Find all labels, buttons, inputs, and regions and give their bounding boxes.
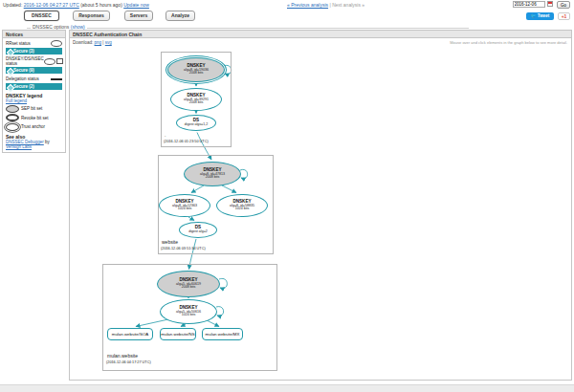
node-size: 2048 bits <box>189 72 204 76</box>
plusone-button[interactable]: +1 <box>558 12 570 20</box>
verisign-labs-link[interactable]: Verisign Labs <box>6 144 32 149</box>
node-size: 1024 bits <box>235 207 250 211</box>
updated-ago: (about 5 hours ago) <box>80 2 122 8</box>
delegation-status-value: Secure (2) <box>13 84 34 89</box>
revoke-bit-icon <box>6 114 19 121</box>
dnskey-node-root-zsk[interactable]: DNSKEY alg=8, id=39291 2048 bits <box>170 88 222 111</box>
rrset-node-ns[interactable]: mulan.website/NS <box>160 328 196 340</box>
tab-dnssec[interactable]: DNSSEC <box>24 11 59 21</box>
dnskey-node-root-ksk[interactable]: DNSKEY alg=8, id=19036 2048 bits <box>167 57 225 82</box>
top-bar: Updated: 2016-12-06 04:27:27 UTC (about … <box>0 0 574 10</box>
node-size: 1024 bits <box>178 207 192 211</box>
analysis-date-input[interactable] <box>513 1 545 8</box>
rrset-status-badge[interactable]: Secure (3) <box>6 48 62 54</box>
dnskey-node-website-ksk[interactable]: DNSKEY alg=8, id=47813 2048 bits <box>184 162 241 186</box>
tweet-label: Tweet <box>538 13 549 18</box>
twitter-bird-icon: 🐦 <box>531 13 537 18</box>
ds-node-website[interactable]: DS digest algs=1,2 <box>176 115 216 131</box>
sep-bit-icon <box>6 105 19 113</box>
download-png-link[interactable]: png <box>95 40 102 45</box>
notices-header: Notices <box>3 31 65 38</box>
delegation-status-label: Delegation status <box>6 76 39 81</box>
next-analysis-label: Next analysis » <box>332 2 364 8</box>
graph-hint: Mouse over and click elements in the gra… <box>450 40 567 45</box>
node-size: 2048 bits <box>189 101 204 105</box>
previous-analysis-link[interactable]: « Previous analysis <box>287 2 328 8</box>
node-params: digest algs=1,2 <box>185 123 208 127</box>
tab-servers[interactable]: Servers <box>124 11 153 21</box>
tweet-button[interactable]: 🐦 Tweet <box>526 12 554 20</box>
options-divider <box>27 28 469 29</box>
tab-responses[interactable]: Responses <box>73 11 110 21</box>
rrset-status-label: RRset status <box>6 41 31 46</box>
node-size: 2048 bits <box>206 176 220 180</box>
dnskey-node-icon <box>44 58 55 65</box>
date-form <box>513 1 553 8</box>
revoke-bit-label: Revoke bit set <box>21 116 49 120</box>
auth-chain-header: DNSSEC Authentication Chain <box>70 31 571 38</box>
rrset-status-value: Secure (3) <box>13 49 34 54</box>
full-legend-link[interactable]: Full legend <box>6 98 27 103</box>
rrset-node-icon <box>51 40 62 47</box>
delegation-edge-icon <box>51 78 62 80</box>
nav-separator: | <box>329 2 330 8</box>
sep-bit-label: SEP bit set <box>21 106 42 111</box>
notices-sidebar: Notices RRset status Secure (3) DNSKEY/D… <box>2 30 66 153</box>
download-svg-link[interactable]: svg <box>105 40 112 45</box>
calendar-icon[interactable] <box>547 1 553 7</box>
analysis-nav: « Previous analysis | Next analysis » <box>287 2 364 8</box>
by-label: by <box>45 140 50 144</box>
download-pipe: | <box>102 40 103 45</box>
rrset-node-mx[interactable]: mulan.website/MX <box>202 328 243 340</box>
dnskey-node-mulan-ksk[interactable]: DNSKEY alg=5, id=60619 2048 bits <box>157 271 220 297</box>
download-label: Download: <box>73 40 93 45</box>
trust-anchor-label: Trust anchor <box>21 124 45 129</box>
download-row: Download: png | svg <box>73 40 112 45</box>
ds-node-mulan-website[interactable]: DS digest alg=2 <box>179 222 217 238</box>
dnskey-node-website-zsk[interactable]: DNSKEY alg=8, id=12363 1024 bits <box>159 194 210 217</box>
node-params: digest alg=2 <box>188 230 207 234</box>
update-now-link[interactable]: Update now <box>123 2 149 8</box>
dnskey-node-mulan-zsk[interactable]: DNSKEY alg=5, id=50616 1024 bits <box>160 299 217 324</box>
footer-band <box>0 384 574 392</box>
dnskey-status-value: Secure (9) <box>13 68 34 73</box>
trust-anchor-icon <box>6 123 19 131</box>
go-button[interactable]: Go <box>557 1 570 9</box>
ds-node-icon <box>56 58 63 64</box>
dnskey-icons <box>44 58 63 65</box>
updated-line: Updated: 2016-12-06 04:27:27 UTC (about … <box>3 2 149 8</box>
delegation-status-badge[interactable]: Secure (2) <box>6 83 62 90</box>
updated-label: Updated: <box>3 2 22 8</box>
node-size: 2048 bits <box>182 286 196 290</box>
dnskey-status-label: DNSKEY/DS/NSEC status <box>6 56 44 66</box>
dnskey-status-badge[interactable]: Secure (9) <box>6 67 62 74</box>
dnskey-node-website-key2[interactable]: DNSKEY alg=8, id=58835 1024 bits <box>216 194 268 217</box>
tab-analyze[interactable]: Analyze <box>166 11 195 21</box>
updated-time-link[interactable]: 2016-12-06 04:27:27 UTC <box>24 2 79 8</box>
rrset-node-soa[interactable]: mulan.website/SOA <box>107 328 153 340</box>
node-size: 1024 bits <box>182 314 196 317</box>
